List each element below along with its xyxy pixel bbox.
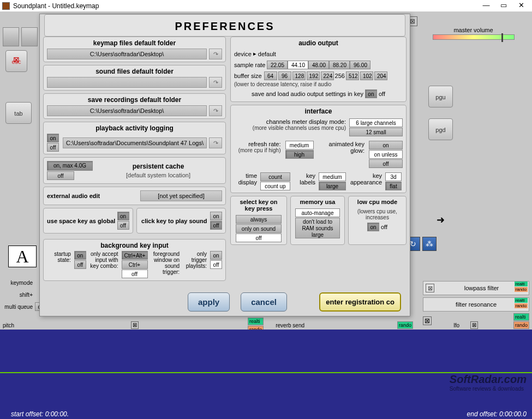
selectkey-box: select key on key press always only on s… [230,196,287,245]
resonance-label: filter resonance [426,301,527,308]
keyapp-flat[interactable]: flat [385,182,402,190]
minimize-button[interactable]: — [477,1,495,11]
buffer-224[interactable]: 224 [321,71,334,80]
key-tab[interactable]: tab [5,102,32,124]
saveload-label: save and load audio output settings in k… [252,91,363,97]
lowpass-tile[interactable]: ⊠ lowpass filter realtirando [423,281,529,295]
refresh-high[interactable]: high [285,150,314,159]
key-A-large[interactable]: A [8,246,37,267]
send-rando-badge[interactable]: rando [397,321,413,329]
buffer-256[interactable]: 256 [335,73,345,79]
rate-96.00[interactable]: 96.00 [350,61,370,69]
keymap-folder-box: keymap files default folder C:\Users\sof… [43,37,226,62]
meter-opt-6large[interactable]: 6 large channels [349,118,403,127]
bgkey-trigger-on[interactable]: on [210,251,222,260]
saveload-on[interactable]: on [365,89,377,98]
cancel-button[interactable]: cancel [241,292,287,312]
buffer-512[interactable]: 512 [346,71,359,80]
buffer-192[interactable]: 192 [307,71,320,80]
waveform-area[interactable]: SoftRadar.com Software reviews & downloa… [0,330,532,419]
rate-22.05[interactable]: 22.05 [267,61,288,69]
bgkey-trigger-off[interactable]: off [210,260,222,269]
r3-x-icon[interactable]: ⊠ [423,316,432,325]
activity-browse-icon[interactable]: ↷ [209,137,222,148]
space-on[interactable]: on [117,212,129,220]
maximize-button[interactable]: ▭ [495,1,512,11]
shift-label: shift+ [3,292,33,298]
settings-button[interactable]: ⁂ [422,237,437,251]
rate-48.00[interactable]: 48.00 [308,61,329,69]
recordings-folder-path[interactable]: C:\Users\softradar\Desktop\ [47,105,207,116]
click-key-title: click key to play sound [140,218,209,224]
bgkey-startup-on[interactable]: on [74,251,86,260]
cache-box: on, max 4.0G off persistent cache [defau… [43,157,226,184]
glow-on[interactable]: on [369,141,403,149]
close-button[interactable]: ✕ [512,1,530,11]
refresh-medium[interactable]: medium [285,141,314,149]
click-on[interactable]: on [210,212,222,220]
lowcpu-off: off [381,224,387,230]
key-esc[interactable]: esc [5,50,27,72]
right-filters: ⊠ lowpass filter realtirando filter reso… [423,281,529,328]
recordings-folder-browse-icon[interactable]: ↷ [209,105,222,116]
space-off[interactable]: off [117,221,129,230]
selectkey-onlyon[interactable]: only on sound [236,224,282,233]
buffer-96[interactable]: 96 [278,71,291,80]
memory-auto[interactable]: auto-manage [295,208,340,217]
pitch-realti-badge[interactable]: realti [248,318,264,325]
external-edit-box: external audio edit [not yet specified] [43,187,226,205]
memory-dontload[interactable]: don't load to RAM sounds large [295,218,340,238]
external-edit-value[interactable]: [not yet specified] [140,190,222,201]
click-off[interactable]: off [210,221,222,230]
key-labels-label: key labels [294,172,315,185]
memory-title: memory usa [294,199,341,205]
bgkey-ctrl[interactable]: Ctrl+ [122,260,148,269]
master-volume-slider[interactable] [433,34,515,40]
bgkey-combo-off[interactable]: off [122,270,148,278]
toolbar-button-2[interactable] [21,27,38,46]
lowcpu-title: low cpu mode [352,199,403,205]
keymap-folder-browse-icon[interactable]: ↷ [209,49,222,59]
toolbar-button-1[interactable] [3,27,19,46]
activity-path[interactable]: C:\Users\softradar\Documents\Soundplant … [63,137,207,148]
key-pgu[interactable]: pgu [428,86,453,107]
glow-off[interactable]: off [369,159,403,168]
activity-off-toggle[interactable]: off [47,143,59,152]
key-pgd[interactable]: pgd [428,118,453,140]
glow-onunless[interactable]: on unless [369,150,403,159]
meter-opt-12small[interactable]: 12 small [349,128,403,136]
bgkey-ctrlalt[interactable]: Ctrl+Alt+ [122,251,148,260]
pitch-x-icon[interactable]: ⊠ [131,321,139,329]
buffer-102[interactable]: 102 [360,71,373,80]
sound-folder-browse-icon[interactable]: ↷ [209,77,222,88]
end-offset-label: end offset: 0:00:00.0 [467,410,527,418]
lowcpu-on[interactable]: on [367,223,379,231]
buffer-64[interactable]: 64 [264,71,277,80]
audio-output-box: audio output device ▸ default sample rat… [230,37,407,102]
time-count[interactable]: count [260,172,290,181]
selectkey-off[interactable]: off [236,234,282,242]
buffer-128[interactable]: 128 [292,71,306,80]
activity-on-toggle[interactable]: on [47,134,59,142]
device-value[interactable]: default [258,51,276,57]
interface-title: interface [234,107,403,115]
sound-folder-path[interactable] [47,77,207,88]
register-button[interactable]: enter registration co [319,292,401,312]
cache-on-toggle[interactable]: on, max 4.0G [47,161,93,171]
buffer-204[interactable]: 204 [374,71,387,80]
lowpass-label: lowpass filter [437,285,527,291]
master-volume-label: master volume [423,27,524,33]
rate-44.10[interactable]: 44.10 [288,61,308,69]
keymap-folder-path[interactable]: C:\Users\softradar\Desktop\ [47,49,207,59]
selectkey-always[interactable]: always [236,215,282,224]
keyapp-3d[interactable]: 3d [385,172,402,181]
rate-88.20[interactable]: 88.20 [329,61,350,69]
lowpass-x-icon[interactable]: ⊠ [426,284,434,292]
keylabel-medium[interactable]: medium [319,172,346,181]
keylabel-large[interactable]: large [319,182,346,190]
cache-off-toggle[interactable]: off [47,171,74,180]
bgkey-startup-off[interactable]: off [74,260,86,269]
apply-button[interactable]: apply [188,292,230,312]
resonance-tile[interactable]: filter resonance realtirando [423,297,529,312]
time-countup[interactable]: count up [260,182,290,190]
